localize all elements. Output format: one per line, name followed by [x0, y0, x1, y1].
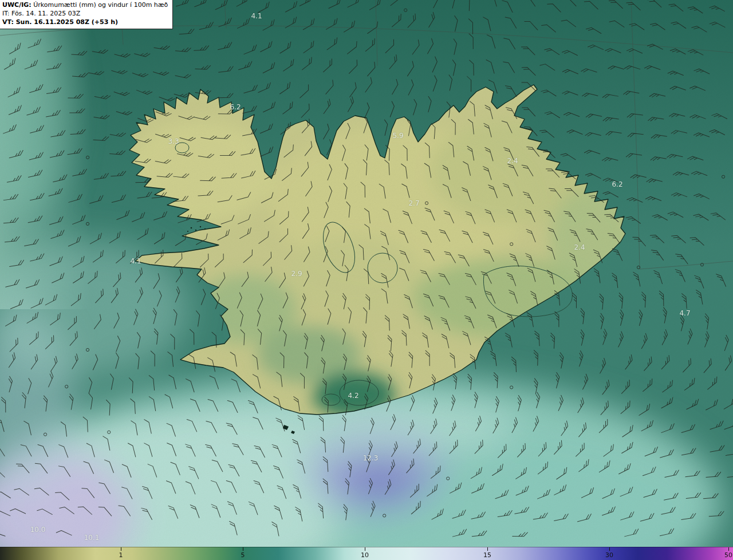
title-box: UWC/IG: Úrkomumætti (mm) og vindur í 100…	[0, 0, 173, 29]
colorbar-tick-mark	[487, 547, 488, 551]
init-time-line: IT: Fös. 14. 11. 2025 03Z	[2, 10, 168, 18]
colorbar-tick-label: 30	[605, 552, 613, 558]
model-title-line: UWC/IG: Úrkomumætti (mm) og vindur í 100…	[2, 1, 168, 10]
weather-map-stage: 4.16.23.35.92.46.22.72.44.12.94.74.212.3…	[0, 0, 733, 560]
colorbar-tick-mark	[728, 547, 729, 551]
colorbar-tick-mark	[121, 547, 121, 551]
colorbar-tick-mark	[365, 547, 365, 551]
model-label: UWC/IG:	[2, 1, 31, 9]
colorbar-tick-label: 10	[361, 552, 369, 558]
precipitation-wind-map	[0, 0, 733, 560]
colorbar-tick-mark	[243, 547, 243, 551]
grain-texture	[0, 0, 733, 560]
model-title-text: Úrkomumætti (mm) og vindur í 100m hæð	[31, 1, 168, 9]
colorbar-tick-label: 15	[483, 552, 491, 558]
colorbar-tick-label: 50	[724, 552, 732, 558]
valid-time-line: VT: Sun. 16.11.2025 08Z (+53 h)	[2, 18, 168, 27]
colorbar-tick-label: 5	[241, 552, 245, 558]
colorbar-tick-mark	[609, 547, 610, 551]
colorbar-tick-label: 1	[119, 552, 123, 558]
colorbar: 1510153050	[0, 547, 733, 560]
